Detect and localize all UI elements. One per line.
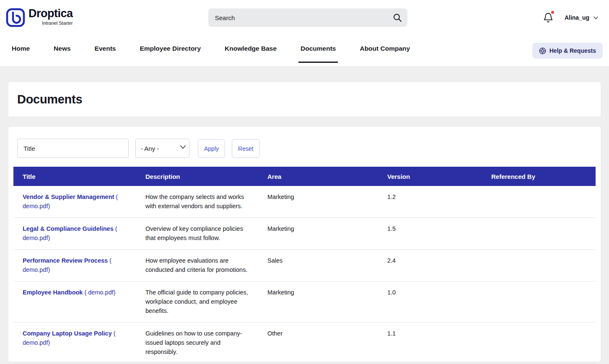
- document-description: Overview of key compliance policies that…: [145, 218, 267, 250]
- document-link[interactable]: Performance Review Process ( demo.pdf): [23, 257, 111, 273]
- nav-item-employee-directory[interactable]: Employee Directory: [137, 35, 203, 63]
- main-content: Documents - Any - Apply Reset TitleDescr…: [0, 66, 609, 361]
- document-link[interactable]: Legal & Compliance Guidelines ( demo.pdf…: [23, 225, 117, 241]
- logo[interactable]: Droptica Intranet Starter: [6, 8, 73, 27]
- nav-item-documents[interactable]: Documents: [298, 35, 338, 63]
- brand-name: Droptica: [29, 8, 73, 19]
- document-referenced-by: [491, 218, 596, 250]
- nav-item-about-company[interactable]: About Company: [358, 35, 412, 63]
- nav-item-home[interactable]: Home: [10, 35, 32, 63]
- table-row: Employee Handbook ( demo.pdf)The officia…: [13, 281, 596, 323]
- column-header: Area: [267, 167, 387, 186]
- column-header: Referenced By: [491, 167, 596, 186]
- area-select[interactable]: - Any -: [135, 139, 189, 158]
- page-title: Documents: [17, 93, 82, 106]
- chevron-down-icon: [593, 16, 598, 19]
- document-area: Marketing: [267, 281, 387, 323]
- search-icon[interactable]: [392, 13, 402, 23]
- lifebuoy-icon: [539, 47, 546, 54]
- username: Alina_ug: [565, 14, 589, 21]
- droptica-logo-icon: [6, 8, 25, 27]
- document-referenced-by: [491, 323, 596, 364]
- document-area: Other: [267, 323, 387, 364]
- page-title-card: Documents: [8, 82, 601, 116]
- document-link[interactable]: Company Laptop Usage Policy ( demo.pdf): [23, 330, 116, 346]
- column-header: Description: [145, 167, 267, 186]
- document-link[interactable]: Employee Handbook ( demo.pdf): [23, 289, 116, 296]
- header: Droptica Intranet Starter Alina_ug: [0, 0, 609, 35]
- documents-card: - Any - Apply Reset TitleDescriptionArea…: [8, 127, 601, 361]
- nav-items: HomeNewsEventsEmployee DirectoryKnowledg…: [10, 35, 412, 66]
- document-title-cell: Company Laptop Usage Policy ( demo.pdf): [13, 323, 145, 364]
- brand-subtitle: Intranet Starter: [42, 21, 73, 26]
- document-description: How employee evaluations are conducted a…: [145, 250, 267, 281]
- table-header: TitleDescriptionAreaVersionReferenced By: [13, 167, 596, 186]
- user-menu[interactable]: Alina_ug: [565, 14, 598, 21]
- column-header: Title: [13, 167, 145, 186]
- apply-button[interactable]: Apply: [198, 139, 225, 158]
- header-actions: Alina_ug: [543, 12, 598, 23]
- document-description: Guidelines on how to use company-issued …: [145, 323, 267, 364]
- nav-item-news[interactable]: News: [52, 35, 73, 63]
- document-title-cell: Vendor & Supplier Management ( demo.pdf): [13, 186, 145, 218]
- document-referenced-by: [491, 186, 596, 218]
- search-bar: [208, 8, 407, 27]
- documents-table-body: Vendor & Supplier Management ( demo.pdf)…: [13, 186, 596, 364]
- search-input[interactable]: [208, 8, 407, 27]
- document-version: 1.1: [387, 323, 491, 364]
- document-version: 1.5: [387, 218, 491, 250]
- document-title-cell: Performance Review Process ( demo.pdf): [13, 250, 145, 281]
- reset-button[interactable]: Reset: [232, 139, 260, 158]
- document-version: 1.2: [387, 186, 491, 218]
- table-row: Performance Review Process ( demo.pdf)Ho…: [13, 250, 596, 281]
- table-row: Company Laptop Usage Policy ( demo.pdf)G…: [13, 323, 596, 364]
- column-header: Version: [387, 167, 491, 186]
- documents-table: TitleDescriptionAreaVersionReferenced By…: [13, 167, 596, 364]
- filters-bar: - Any - Apply Reset: [17, 139, 596, 158]
- document-title-cell: Legal & Compliance Guidelines ( demo.pdf…: [13, 218, 145, 250]
- document-link[interactable]: Vendor & Supplier Management ( demo.pdf): [23, 194, 118, 209]
- document-referenced-by: [491, 250, 596, 281]
- document-description: The official guide to company policies, …: [145, 281, 267, 323]
- help-requests-label: Help & Requests: [549, 47, 596, 54]
- document-version: 2.4: [387, 250, 491, 281]
- table-row: Legal & Compliance Guidelines ( demo.pdf…: [13, 218, 596, 250]
- document-area: Marketing: [267, 218, 387, 250]
- title-filter-input[interactable]: [17, 139, 129, 158]
- area-filter: - Any -: [135, 139, 189, 158]
- document-area: Sales: [267, 250, 387, 281]
- nav-item-knowledge-base[interactable]: Knowledge Base: [223, 35, 279, 63]
- document-description: How the company selects and works with e…: [145, 186, 267, 218]
- document-version: 1.0: [387, 281, 491, 323]
- table-header-row: TitleDescriptionAreaVersionReferenced By: [13, 167, 596, 186]
- main-navigation: HomeNewsEventsEmployee DirectoryKnowledg…: [0, 35, 609, 66]
- notification-dot: [551, 11, 554, 14]
- document-referenced-by: [491, 281, 596, 323]
- notifications-bell-icon[interactable]: [543, 12, 554, 23]
- document-title-cell: Employee Handbook ( demo.pdf): [13, 281, 145, 323]
- nav-item-events[interactable]: Events: [93, 35, 118, 63]
- help-requests-button[interactable]: Help & Requests: [532, 43, 603, 59]
- table-row: Vendor & Supplier Management ( demo.pdf)…: [13, 186, 596, 218]
- document-area: Marketing: [267, 186, 387, 218]
